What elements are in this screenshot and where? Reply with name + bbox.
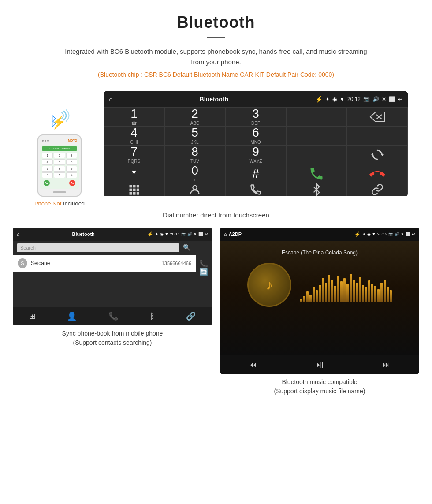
dial-status-bar: ⌂ Bluetooth ⚡ ✦ ◉ ▼ 20:12 📷 🔊 ✕ ⬜ ↩ — [104, 91, 408, 107]
dial-key-1[interactable]: 1 ☎ — [104, 107, 164, 126]
phone-key: # — [66, 172, 77, 178]
pb-caption-line1: Sync phone-book from mobile phone — [62, 330, 163, 337]
bt-icon: ✦ — [325, 96, 330, 102]
ms-music-icon: ♪ — [266, 277, 273, 293]
pb-grid-icon[interactable]: ⊞ — [29, 311, 36, 321]
dial-key-8[interactable]: 8 TUV — [164, 145, 225, 164]
ms-visualizer — [300, 267, 392, 302]
dial-caption: Dial number direct from touchscreen — [0, 211, 432, 219]
dial-link-icon[interactable] — [347, 183, 408, 196]
key-num: 2 — [191, 108, 198, 120]
dial-key-5[interactable]: 5 JKL — [164, 126, 225, 145]
ms-time: 20:15 — [377, 232, 387, 236]
phone-key: 5 — [54, 159, 65, 165]
phone-dot — [42, 140, 44, 142]
dial-key-star[interactable]: * — [104, 164, 164, 183]
svg-point-15 — [193, 186, 197, 190]
svg-rect-10 — [133, 189, 136, 191]
dial-key-hash[interactable]: # — [225, 164, 286, 183]
dial-key-9[interactable]: 9 WXYZ — [225, 145, 286, 164]
ms-close-icon: ✕ — [401, 232, 404, 236]
visualizer-bar — [356, 283, 358, 302]
visualizer-bar — [362, 285, 364, 302]
svg-rect-12 — [130, 192, 132, 195]
pb-contact-row[interactable]: S Seicane 13566664466 — [13, 255, 196, 272]
visualizer-bar — [377, 289, 380, 302]
signal-icon: ▼ — [339, 96, 345, 102]
ms-prev-icon[interactable]: ⏮ — [249, 360, 257, 370]
dial-key-0[interactable]: 0 + — [164, 164, 225, 183]
screen-icon: ⬜ — [389, 96, 395, 102]
pb-home-icon: ⌂ — [17, 231, 20, 237]
key-num: 5 — [191, 127, 198, 139]
visualizer-bar — [353, 280, 355, 302]
ms-scr-icon: ⬜ — [406, 232, 410, 236]
svg-rect-13 — [133, 192, 136, 195]
visualizer-bar — [346, 284, 349, 302]
ms-album-art: ♪ — [247, 263, 291, 307]
svg-marker-5 — [371, 153, 373, 157]
dial-key-3[interactable]: 3 DEF — [225, 107, 286, 126]
ms-bt-icon: ✦ — [362, 232, 366, 236]
ms-album-area: ♪ — [247, 263, 392, 307]
visualizer-bar — [380, 283, 383, 302]
dial-call-button[interactable] — [286, 164, 347, 183]
dial-key-backspace[interactable] — [347, 107, 408, 126]
dial-phone-icon[interactable] — [225, 183, 286, 196]
dial-end-button[interactable] — [347, 164, 408, 183]
pb-status-bar: ⌂ Bluetooth ⚡ ✦ ◉ ▼ 20:11 📷 🔊 ✕ ⬜ ↩ — [13, 228, 212, 241]
visualizer-bar — [303, 296, 305, 302]
ms-next-icon[interactable]: ⏭ — [382, 360, 390, 370]
pb-bt-bottom-icon[interactable]: ᛒ — [150, 312, 155, 321]
dial-key-6[interactable]: 6 MNO — [225, 126, 286, 145]
pb-phone-icon[interactable]: 📞 — [108, 311, 118, 321]
pb-status-right: ✦ ◉ ▼ 20:11 📷 🔊 ✕ ⬜ ↩ — [155, 232, 208, 236]
visualizer-bar — [313, 287, 315, 302]
pb-side-phone-icon[interactable]: 📞 — [199, 259, 208, 268]
svg-rect-7 — [133, 185, 136, 188]
pb-bottom-bar: ⊞ 👤 📞 ᛒ 🔗 — [13, 307, 212, 325]
camera-icon: 📷 — [363, 96, 370, 102]
svg-marker-4 — [382, 153, 384, 157]
close-icon: ✕ — [382, 96, 386, 102]
phone-brand-label: MOTO — [68, 139, 77, 142]
usb-icon: ⚡ — [315, 96, 323, 103]
dial-section: ⚡ ᛒ MOTO + Add to Contacts — [0, 91, 432, 207]
dial-key-2[interactable]: 2 ABC — [164, 107, 225, 126]
phone-add-contacts: + Add to Contacts — [42, 146, 77, 151]
visualizer-bar — [316, 290, 318, 302]
pb-search-icon[interactable]: 🔍 — [183, 244, 190, 251]
svg-rect-14 — [137, 192, 139, 195]
dial-bluetooth-icon[interactable] — [286, 183, 347, 196]
dial-grid-icon[interactable] — [104, 183, 164, 196]
phone-call-button — [44, 180, 50, 186]
phone-key: 3 — [66, 153, 77, 158]
ms-vol-icon: 🔊 — [395, 232, 399, 236]
dial-key-4[interactable]: 4 GHI — [104, 126, 164, 145]
pb-search-input[interactable]: Search — [17, 243, 179, 252]
pb-person-icon[interactable]: 👤 — [67, 311, 77, 321]
key-letters: MNO — [250, 140, 261, 145]
dial-screen-title: Bluetooth — [115, 96, 313, 103]
visualizer-bar — [387, 287, 389, 302]
dial-contacts-icon[interactable] — [164, 183, 225, 196]
pb-close-icon: ✕ — [194, 232, 197, 236]
phone-key: 8 — [54, 166, 65, 172]
phone-not-label-orange: Phone Not — [34, 200, 63, 207]
visualizer-bar — [365, 287, 367, 302]
phone-key: * — [42, 172, 53, 178]
ms-home-icon: ⌂ — [224, 231, 227, 237]
phonebook-caption: Sync phone-book from mobile phone (Suppo… — [62, 329, 163, 347]
visualizer-bar — [340, 281, 343, 302]
svg-rect-8 — [137, 185, 139, 188]
dial-key-refresh[interactable] — [347, 145, 408, 164]
pb-side-refresh-icon[interactable]: 🔄 — [199, 268, 208, 276]
phone-dial-grid: 1 2 3 4 5 6 7 8 9 * 0 # — [42, 153, 77, 178]
dial-key-7[interactable]: 7 PQRS — [104, 145, 164, 164]
pb-link-icon[interactable]: 🔗 — [186, 311, 196, 321]
phone-key: 7 — [42, 166, 53, 172]
visualizer-bar — [384, 280, 386, 302]
ms-caption-line1: Bluetooth music compatible — [282, 378, 357, 385]
ms-play-icon[interactable]: ⏯ — [315, 359, 324, 370]
ms-usb-icon: ⚡ — [354, 231, 361, 237]
